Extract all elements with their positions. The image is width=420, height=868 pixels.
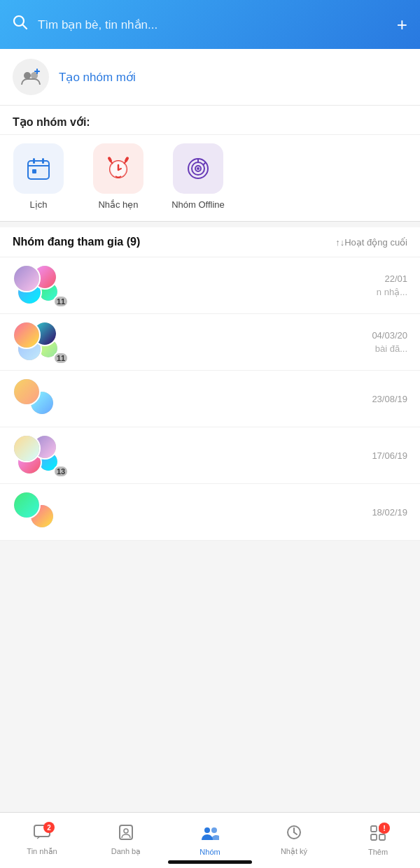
quick-action-lich[interactable]: Lịch <box>7 143 70 210</box>
group-meta: 22/01 n nhậ... <box>377 273 407 297</box>
group-badge: 11 <box>53 295 69 308</box>
group-meta: 23/08/19 <box>372 394 407 404</box>
group-item[interactable]: 11 04/03/20 bài đã... <box>0 314 420 371</box>
section-title: Tạo nhóm với: <box>0 106 420 135</box>
group-preview: n nhậ... <box>377 287 407 297</box>
nav-tin-nhan[interactable]: 2 Tin nhắn <box>0 819 84 862</box>
svg-point-27 <box>204 827 210 833</box>
group-date: 04/03/20 <box>372 330 407 341</box>
svg-point-2 <box>24 72 31 79</box>
groups-icon <box>201 825 219 845</box>
group-item[interactable]: 11 22/01 n nhậ... <box>0 257 420 314</box>
nhac-hen-icon-wrap <box>93 143 144 194</box>
group-date: 23/08/19 <box>372 394 407 404</box>
diary-icon <box>286 825 302 844</box>
create-group-label: Tạo nhóm mới <box>59 70 136 85</box>
group-item[interactable]: 13 17/06/19 <box>0 427 420 484</box>
avatar-stack: 13 <box>13 434 70 476</box>
more-badge: ! <box>379 823 390 834</box>
groups-sort[interactable]: ↑↓Hoạt động cuối <box>335 237 407 248</box>
header: Tìm bạn bè, tin nhắn... + <box>0 0 420 49</box>
create-group-avatar <box>13 59 49 95</box>
group-meta: 17/06/19 <box>372 450 407 461</box>
group-item[interactable]: 23/08/19 <box>0 371 420 427</box>
group-meta: 04/03/20 bài đã... <box>372 330 407 354</box>
groups-title: Nhóm đang tham gia (9) <box>13 236 140 248</box>
nav-danh-ba-label: Danh bạ <box>111 847 141 856</box>
nhac-hen-label: Nhắc hẹn <box>98 199 138 210</box>
groups-header: Nhóm đang tham gia (9) ↑↓Hoạt động cuối <box>0 227 420 257</box>
svg-rect-9 <box>33 158 35 164</box>
lich-label: Lịch <box>30 199 48 210</box>
svg-rect-34 <box>371 834 377 840</box>
nav-nhat-ky[interactable]: Nhật ký <box>252 819 336 862</box>
search-placeholder[interactable]: Tìm bạn bè, tin nhắn... <box>38 17 387 32</box>
nav-nhat-ky-label: Nhật ký <box>281 847 307 856</box>
svg-rect-8 <box>28 165 49 166</box>
svg-point-28 <box>211 827 217 833</box>
group-list: 11 22/01 n nhậ... 11 04/03/20 bài đã... <box>0 257 420 541</box>
chat-badge: 2 <box>43 822 55 833</box>
nhom-offline-icon-wrap <box>173 143 223 194</box>
svg-point-26 <box>124 829 128 833</box>
avatar-stack: 11 <box>13 264 70 306</box>
svg-point-21 <box>197 167 200 170</box>
svg-rect-10 <box>42 158 44 164</box>
chat-icon: 2 <box>34 825 50 844</box>
create-group-row[interactable]: Tạo nhóm mới <box>0 49 420 106</box>
home-indicator <box>168 860 252 864</box>
nav-them-label: Thêm <box>368 848 388 856</box>
group-badge: 13 <box>53 465 69 478</box>
svg-rect-11 <box>32 169 36 173</box>
add-button[interactable]: + <box>397 14 407 36</box>
group-meta: 18/02/19 <box>372 507 407 518</box>
group-badge: 11 <box>53 352 69 364</box>
svg-line-23 <box>204 162 206 165</box>
avatar-stack: 11 <box>13 321 70 363</box>
more-icon: ! <box>370 825 386 845</box>
nav-danh-ba[interactable]: Danh bạ <box>84 819 168 862</box>
group-date: 22/01 <box>384 273 407 284</box>
bottom-nav: 2 Tin nhắn Danh bạ Nhóm <box>0 812 420 868</box>
svg-rect-6 <box>28 161 49 179</box>
nav-nhom[interactable]: Nhóm <box>168 820 252 862</box>
avatar-stack <box>13 378 70 420</box>
quick-action-nhom-offline[interactable]: Nhóm Offline <box>167 143 230 210</box>
group-date: 18/02/19 <box>372 507 407 518</box>
svg-line-31 <box>294 832 297 834</box>
group-date: 17/06/19 <box>372 450 407 461</box>
group-preview: bài đã... <box>375 343 407 354</box>
nav-nhom-label: Nhóm <box>200 848 220 856</box>
svg-line-1 <box>23 25 27 29</box>
contacts-icon <box>118 825 134 844</box>
nav-them[interactable]: ! Thêm <box>336 820 420 862</box>
svg-rect-35 <box>379 834 385 840</box>
quick-actions: Lịch Nhắc hẹn <box>0 135 420 222</box>
svg-rect-32 <box>371 826 377 832</box>
quick-action-nhac-hen[interactable]: Nhắc hẹn <box>87 143 150 210</box>
group-item[interactable]: 18/02/19 <box>0 484 420 541</box>
nav-tin-nhan-label: Tin nhắn <box>27 847 57 856</box>
avatar-stack <box>13 491 70 533</box>
lich-icon-wrap <box>13 143 64 194</box>
nhom-offline-label: Nhóm Offline <box>172 199 225 210</box>
search-icon[interactable] <box>13 15 28 34</box>
